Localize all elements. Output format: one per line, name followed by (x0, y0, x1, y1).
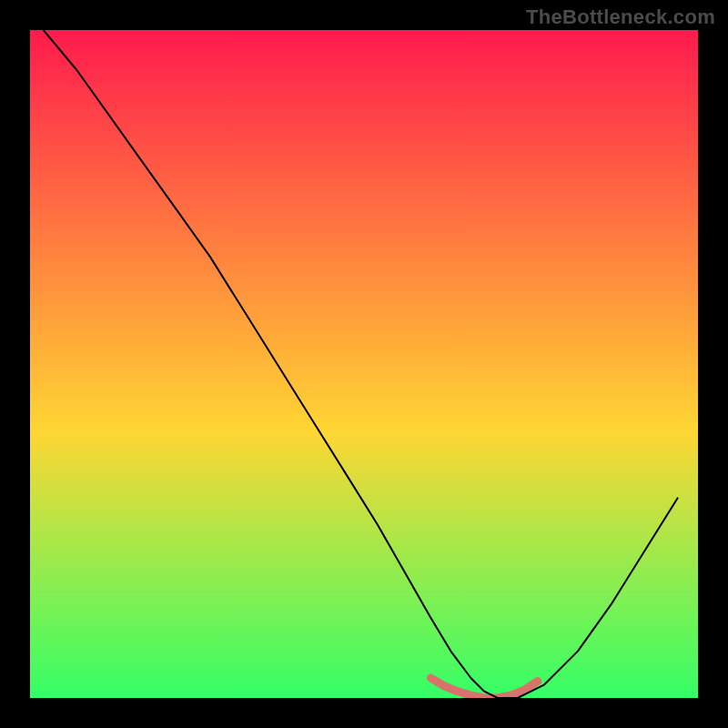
plot-background (30, 30, 698, 698)
chart-stage: TheBottleneck.com (0, 0, 728, 728)
bottleneck-chart (0, 0, 728, 728)
watermark-text: TheBottleneck.com (526, 5, 715, 29)
